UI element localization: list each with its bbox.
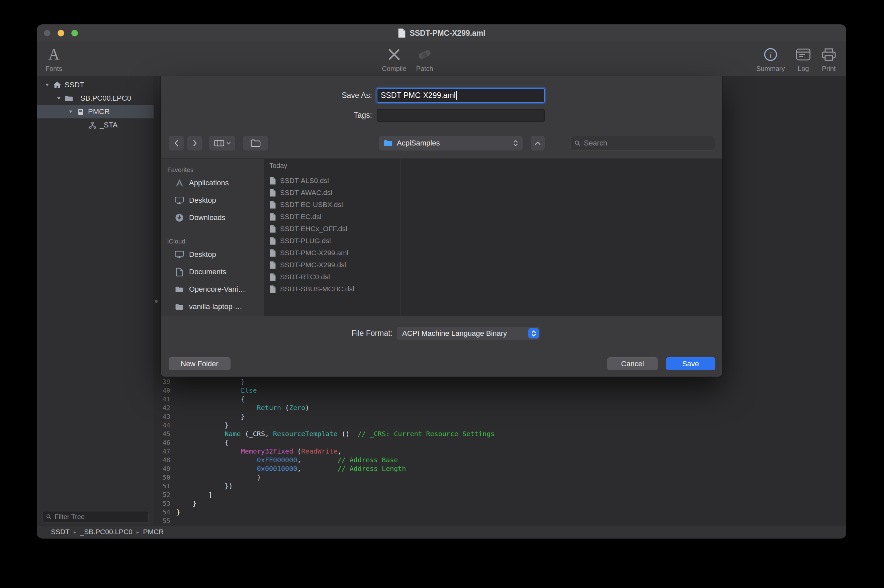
file-item[interactable]: SSDT-PLUG.dsl	[264, 235, 401, 247]
splitter-handle[interactable]	[155, 300, 158, 303]
search-icon	[46, 514, 51, 519]
summary-button[interactable]: i Summary	[754, 44, 787, 73]
line-number: 50	[154, 473, 170, 482]
folder-view-button[interactable]	[243, 136, 268, 150]
disclosure-triangle-icon[interactable]	[67, 110, 75, 113]
file-item[interactable]: SSDT-EC-USBX.dsl	[264, 199, 401, 211]
breadcrumb-item[interactable]: SSDT	[51, 528, 70, 536]
sidebar-item-vanilla-laptop[interactable]: vanilla-laptop-…	[161, 298, 264, 315]
dialog-favorites-list: ApplicationsDesktopDownloads	[161, 174, 264, 226]
tree-item-label: _SB.PC00.LPC0	[76, 94, 131, 103]
code-line: 46 {	[154, 438, 846, 447]
back-button[interactable]	[169, 136, 184, 150]
file-format-value: ACPI Machine Language Binary	[402, 329, 507, 338]
file-name: SSDT-PLUG.dsl	[280, 237, 331, 245]
line-number: 48	[154, 456, 170, 464]
location-popup[interactable]: AcpiSamples	[379, 136, 523, 150]
maciasl-window: SSDT-PMC-X299.aml A Fonts Compile Patch …	[37, 25, 846, 538]
disclosure-triangle-icon[interactable]	[43, 83, 51, 87]
code-text: }	[176, 412, 245, 421]
code-line: 49 0x00010000, // Address Length	[154, 464, 846, 473]
file-column: Today SSDT-ALS0.dslSSDT-AWAC.dslSSDT-EC-…	[264, 159, 401, 316]
minimize-button[interactable]	[57, 30, 64, 36]
folder-icon	[174, 303, 185, 310]
log-icon	[796, 44, 811, 65]
save-dialog: Save As: SSDT-PMC-X299.aml Tags: AcpiSam…	[161, 76, 722, 376]
sidebar-item-label: Desktop	[189, 250, 216, 259]
filter-tree-placeholder: Filter Tree	[54, 513, 85, 521]
cancel-button[interactable]: Cancel	[607, 357, 658, 370]
sidebar-item-applications[interactable]: Applications	[161, 174, 264, 192]
compile-label: Compile	[382, 65, 406, 73]
chevron-down-icon	[227, 142, 231, 144]
filter-tree-field[interactable]: Filter Tree	[42, 511, 149, 522]
fonts-button[interactable]: A Fonts	[37, 44, 71, 73]
line-number: 47	[154, 447, 170, 456]
file-item[interactable]: SSDT-RTC0.dsl	[264, 271, 401, 283]
file-item[interactable]: SSDT-SBUS-MCHC.dsl	[264, 283, 401, 295]
sidebar-item-label: Opencore-Vani…	[189, 285, 245, 294]
tags-input[interactable]	[377, 109, 545, 122]
breadcrumb-item[interactable]: _SB.PC00.LPC0	[80, 528, 132, 536]
code-line: 45 Name (_CRS, ResourceTemplate () // _C…	[154, 429, 846, 438]
tree-item-pmcr[interactable]: PMCR	[37, 105, 153, 118]
up-directory-button[interactable]	[531, 136, 545, 150]
sidebar-item-opencore-vani[interactable]: Opencore-Vani…	[161, 280, 264, 298]
patch-icon	[417, 44, 432, 65]
sidebar-item-label: Downloads	[189, 213, 225, 222]
tree-item-sb-pc00-lpc0[interactable]: _SB.PC00.LPC0	[37, 92, 153, 105]
code-text: )	[176, 473, 261, 482]
device-icon	[75, 108, 87, 116]
patch-button[interactable]: Patch	[406, 44, 443, 73]
breadcrumb-item[interactable]: PMCR	[143, 528, 164, 536]
view-mode-button[interactable]	[209, 136, 235, 150]
code-text: }	[176, 490, 213, 499]
line-number: 46	[154, 438, 170, 447]
favorites-header: Favorites	[167, 166, 264, 174]
file-item[interactable]: SSDT-PMC-X299.aml	[264, 247, 401, 259]
code-line: 40 Else	[154, 386, 846, 394]
folder-icon	[383, 140, 393, 147]
save-button[interactable]: Save	[666, 357, 715, 370]
code-text: {	[176, 394, 245, 404]
forward-button[interactable]	[188, 136, 203, 150]
print-button[interactable]: Print	[814, 44, 844, 73]
file-item[interactable]: SSDT-AWAC.dsl	[264, 187, 401, 199]
tree-item-sta[interactable]: _STA	[37, 118, 153, 132]
file-item[interactable]: SSDT-EHCx_OFF.dsl	[264, 223, 401, 235]
save-as-input[interactable]: SSDT-PMC-X299.aml	[377, 88, 545, 103]
code-line: 43 }	[154, 412, 846, 421]
close-button[interactable]	[44, 30, 51, 36]
tree-item-ssdt[interactable]: SSDT	[37, 78, 153, 92]
compile-icon	[386, 44, 402, 65]
tree-item-label: SSDT	[65, 81, 84, 89]
empty-column	[401, 159, 722, 316]
line-number: 52	[154, 490, 170, 499]
document-icon	[269, 273, 276, 281]
line-number: 45	[154, 429, 170, 438]
sidebar-item-downloads[interactable]: Downloads	[161, 209, 264, 226]
line-number: 49	[154, 464, 170, 473]
file-item[interactable]: SSDT-PMC-X299.dsl	[264, 259, 401, 271]
sidebar-item-desktop[interactable]: Desktop	[161, 246, 264, 263]
search-field[interactable]: Search	[570, 136, 715, 150]
code-text: }	[176, 421, 229, 429]
tree-item-label: _STA	[100, 121, 117, 129]
folder-icon	[174, 286, 185, 293]
new-folder-button[interactable]: New Folder	[169, 357, 231, 370]
file-format-popup[interactable]: ACPI Machine Language Binary	[397, 327, 540, 340]
zoom-button[interactable]	[71, 30, 78, 36]
desktop-icon	[174, 250, 185, 258]
disclosure-triangle-icon[interactable]	[55, 97, 63, 100]
sidebar-item-documents[interactable]: Documents	[161, 263, 264, 280]
breadcrumb-separator-icon: ▸	[74, 528, 76, 535]
patch-label: Patch	[416, 65, 433, 73]
code-text: }	[176, 508, 180, 516]
sidebar-item-desktop[interactable]: Desktop	[161, 192, 264, 209]
file-item[interactable]: SSDT-EC.dsl	[264, 211, 401, 223]
breadcrumb: SSDT▸_SB.PC00.LPC0▸PMCR	[51, 528, 164, 536]
code-text: }	[176, 377, 245, 386]
sidebar-item-label: Documents	[189, 268, 226, 276]
breadcrumb-separator-icon: ▸	[137, 528, 139, 535]
file-item[interactable]: SSDT-ALS0.dsl	[264, 175, 401, 187]
